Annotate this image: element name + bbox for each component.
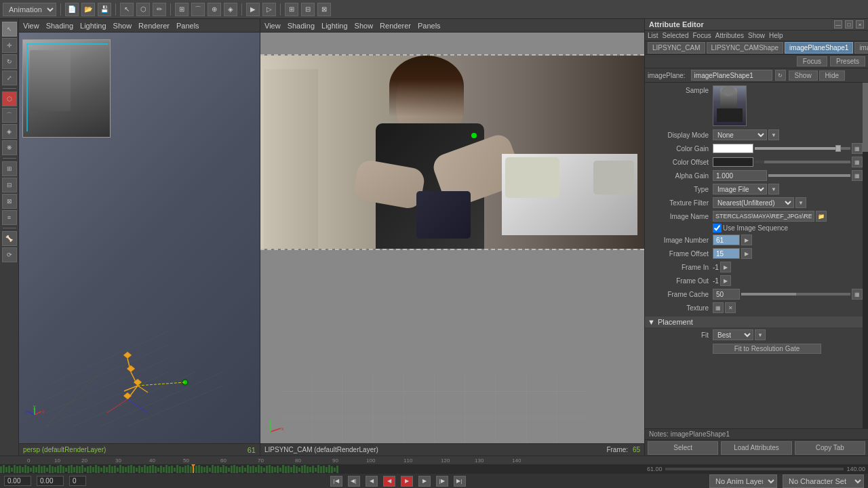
texture-create-btn[interactable]: ▦: [713, 302, 724, 313]
render-seq-icon[interactable]: ▷: [262, 3, 276, 16]
ae-close-btn[interactable]: ×: [856, 20, 864, 28]
color-offset-extra-btn[interactable]: ▦: [852, 157, 863, 167]
alpha-gain-extra-btn[interactable]: ▦: [852, 170, 863, 181]
type-dropdown[interactable]: Image File: [713, 184, 767, 195]
frame-input[interactable]: [69, 476, 86, 486]
current-time-input[interactable]: [4, 476, 31, 486]
select-icon[interactable]: ↖: [120, 3, 134, 16]
timeline-area[interactable]: 0 10 20 30 40 50 60 70 80 90 100 110 120…: [0, 456, 868, 473]
fit-extra-btn[interactable]: ▼: [755, 329, 766, 340]
rotate-tool[interactable]: ↻: [2, 54, 17, 69]
move-tool[interactable]: ✛: [2, 38, 17, 53]
save-file-icon[interactable]: 💾: [98, 3, 111, 16]
use-image-sequence-checkbox[interactable]: [713, 224, 722, 232]
center-menu-view[interactable]: View: [264, 22, 281, 30]
color-gain-slider[interactable]: [755, 147, 850, 150]
ae-maximize-btn[interactable]: □: [845, 20, 853, 28]
character-set-dropdown[interactable]: No Character Set: [783, 474, 864, 488]
layout-tool-3[interactable]: ⊠: [2, 194, 17, 209]
top-right-icon-3[interactable]: ⊠: [317, 3, 331, 16]
render-icon[interactable]: ▶: [246, 3, 260, 16]
rigging-tool-2[interactable]: ⟳: [2, 247, 17, 262]
rigging-tool-1[interactable]: 🦴: [2, 231, 17, 246]
secondary-time-input[interactable]: [37, 476, 64, 486]
layout-tool-1[interactable]: ⊞: [2, 161, 17, 176]
skip-to-start-btn[interactable]: |◀: [330, 476, 342, 487]
image-number-anim-btn[interactable]: ▶: [741, 235, 752, 245]
ae-scrollbar[interactable]: [863, 83, 868, 428]
ae-scrollbar-thumb[interactable]: [863, 83, 868, 152]
snap-point-icon[interactable]: ⊕: [208, 3, 221, 16]
step-back-btn[interactable]: ◀: [366, 476, 378, 487]
left-menu-shading[interactable]: Shading: [46, 22, 73, 30]
top-right-icon-1[interactable]: ⊞: [285, 3, 298, 16]
texture-filter-extra-btn[interactable]: ▼: [795, 197, 806, 208]
left-viewport-content[interactable]: x z y: [19, 33, 260, 443]
hide-button[interactable]: Hide: [819, 70, 846, 81]
color-offset-slider[interactable]: [755, 161, 850, 163]
snap-curve-icon[interactable]: ⌒: [191, 3, 205, 16]
presets-button[interactable]: Presets: [830, 56, 865, 66]
scale-tool[interactable]: ⤢: [2, 70, 17, 85]
new-file-icon[interactable]: 📄: [65, 3, 79, 16]
texture-clear-btn[interactable]: ✕: [725, 302, 736, 313]
center-menu-panels[interactable]: Panels: [418, 22, 441, 30]
image-number-input[interactable]: [713, 235, 740, 245]
frame-offset-anim-btn[interactable]: ▶: [741, 248, 752, 259]
mode-dropdown[interactable]: AnimationAnimation: [3, 3, 56, 16]
frame-in-anim-btn[interactable]: ▶: [720, 262, 731, 272]
type-extra-btn[interactable]: ▼: [768, 184, 779, 195]
display-mode-dropdown[interactable]: None: [713, 129, 767, 140]
ae-menu-selected[interactable]: Selected: [663, 32, 689, 39]
center-viewport-content[interactable]: x y: [260, 33, 644, 443]
deform-tool[interactable]: ❋: [2, 140, 17, 155]
image-name-folder-btn[interactable]: 📁: [816, 211, 827, 222]
node-tab-imageplane2[interactable]: imagePlane2: [854, 42, 868, 54]
copy-tab-button[interactable]: Copy Tab: [795, 441, 865, 455]
frame-cache-input[interactable]: [713, 289, 740, 300]
ae-timeline-bar[interactable]: [665, 468, 844, 470]
color-offset-swatch[interactable]: [713, 157, 753, 167]
fit-dropdown[interactable]: Best: [713, 329, 753, 340]
center-menu-shading[interactable]: Shading: [288, 22, 315, 30]
frame-offset-input[interactable]: [713, 248, 740, 259]
paint-icon[interactable]: ✏: [153, 3, 166, 16]
play-back-btn[interactable]: ◀: [383, 476, 395, 487]
load-attributes-button[interactable]: Load Attributes: [721, 441, 791, 455]
alpha-gain-input[interactable]: [713, 170, 767, 181]
ae-menu-help[interactable]: Help: [769, 32, 783, 39]
ae-scroll-content[interactable]: Sample Display Mode: [645, 83, 863, 428]
left-menu-renderer[interactable]: Renderer: [138, 22, 170, 30]
left-menu-show[interactable]: Show: [113, 22, 132, 30]
left-menu-lighting[interactable]: Lighting: [80, 22, 106, 30]
anim-layer-dropdown[interactable]: No Anim Layer: [709, 474, 777, 488]
layout-tool-2[interactable]: ⊟: [2, 178, 17, 192]
center-menu-show[interactable]: Show: [355, 22, 374, 30]
ae-menu-attributes[interactable]: Attributes: [715, 32, 744, 39]
node-tab-lipsync-cam[interactable]: LIPSYNC_CAM: [648, 42, 705, 54]
polygon-tool[interactable]: ⬡: [2, 92, 17, 106]
timeline-track[interactable]: [0, 464, 644, 473]
color-gain-swatch[interactable]: [713, 144, 753, 153]
curve-tool[interactable]: ⌒: [2, 108, 17, 123]
frame-cache-slider[interactable]: [741, 293, 850, 296]
show-button[interactable]: Show: [789, 70, 818, 81]
lasso-icon[interactable]: ⬡: [136, 3, 150, 16]
play-forward-btn[interactable]: ▶: [401, 476, 413, 487]
prev-keyframe-btn[interactable]: ◀|: [348, 476, 360, 487]
ae-minimize-btn[interactable]: —: [834, 20, 842, 28]
color-gain-extra-btn[interactable]: ▦: [852, 143, 863, 154]
layout-tool-4[interactable]: ≡: [2, 210, 17, 225]
imageplane-refresh-btn[interactable]: ↻: [775, 70, 786, 81]
texture-filter-dropdown[interactable]: Nearest(Unfiltered): [713, 197, 794, 208]
skip-to-end-btn[interactable]: ▶|: [454, 476, 466, 487]
left-menu-panels[interactable]: Panels: [176, 22, 199, 30]
snap-grid-icon[interactable]: ⊞: [175, 3, 189, 16]
ae-menu-list[interactable]: List: [648, 32, 658, 39]
ae-menu-focus[interactable]: Focus: [692, 32, 711, 39]
node-tab-imageplane-shape1[interactable]: imagePlaneShape1: [785, 42, 853, 54]
snap-surface-icon[interactable]: ◈: [224, 3, 237, 16]
alpha-gain-slider[interactable]: [768, 174, 850, 177]
surface-tool[interactable]: ◈: [2, 124, 17, 139]
node-tab-lipsync-camshape[interactable]: LIPSYNC_CAMShape: [707, 42, 784, 54]
